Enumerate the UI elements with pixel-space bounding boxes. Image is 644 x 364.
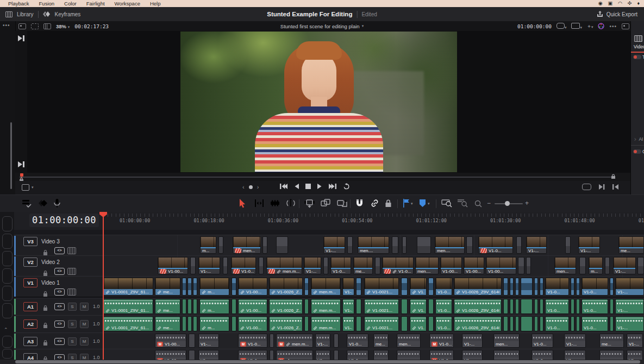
viewer-zoom-select[interactable]: 38% ▾ [56,23,70,29]
menu-workspace[interactable]: Workspace [115,1,140,7]
timeline-clip[interactable]: Mmen.m... [276,350,313,360]
timeline-clip[interactable]: MV1-0... [429,350,454,360]
timeline-clip[interactable]: V1-0... [478,236,513,254]
timeline-clip[interactable] [347,236,353,254]
timeline-clip[interactable] [576,316,580,331]
timeline-clip[interactable]: V1-0021... [364,316,399,331]
menu-fusion[interactable]: Fusion [39,1,55,7]
timeline-clip[interactable] [510,316,514,331]
menu-playback[interactable]: Playback [8,1,29,7]
timeline-clip[interactable] [401,299,408,314]
step-back-button[interactable] [294,183,299,190]
timeline-clip[interactable] [402,236,407,254]
timeline-clip[interactable]: V1-00... [238,278,267,296]
timeline-clip[interactable] [510,278,514,296]
detail-zoom-button[interactable] [457,199,468,208]
timeline-clip[interactable]: V1-0... [582,299,608,314]
next-clip-button[interactable] [329,183,336,190]
track-lock[interactable] [43,338,48,348]
timeline-clip[interactable] [571,299,574,314]
timeline-clip[interactable]: V1-0... [435,299,452,314]
track-solo-button[interactable]: S [68,320,77,328]
timeline-clip[interactable] [428,316,434,331]
timeline-clip[interactable]: men... [397,350,421,360]
timeline-clip[interactable]: V1-0... [330,257,351,274]
timeline-clip[interactable] [304,299,309,314]
timeline-clip[interactable]: V1-... [627,350,643,360]
timeline-name-dropdown[interactable]: Stunted first scene for editing plain▾ [280,21,364,31]
next-marker-top-icon[interactable] [18,35,25,41]
timeline-clip[interactable]: men.m... [311,278,341,296]
timeline-clip[interactable] [232,316,236,331]
sync-badge-icon[interactable]: ✣ [628,0,632,7]
timeline-clip[interactable] [515,299,519,314]
track-volume-value[interactable]: 1.0 [93,338,100,344]
position-lock-toggle[interactable] [385,199,392,208]
timeline-clip[interactable]: V1-... [198,334,219,348]
play-button[interactable] [317,183,322,190]
timeline-clip[interactable]: MV1-0... [238,334,267,348]
timeline-clip[interactable] [521,299,533,314]
timeline-clip[interactable]: me... [618,236,644,254]
timeline-clip[interactable]: m... [589,257,603,274]
timeline-options-icon[interactable] [22,199,32,208]
vertical-scrollbar[interactable] [10,122,12,189]
timeline-clip[interactable] [571,316,574,331]
keyframe-dot-icon[interactable] [249,185,253,189]
track-lock-icon[interactable] [43,291,48,297]
track-auto-select[interactable]: <> [54,288,65,296]
timeline-clip[interactable]: me... [373,350,389,360]
track-badge-a3[interactable]: A3 [23,337,37,346]
timeline-clip[interactable] [356,316,361,331]
menu-help[interactable]: Help [150,1,161,7]
track-name[interactable]: Video 1 [41,280,60,286]
timeline-clip[interactable]: V1... [410,299,427,314]
timeline-clip[interactable]: me... [155,299,180,314]
timeline-clip[interactable]: V1-... [342,299,354,314]
zoom-slider-handle[interactable] [505,201,510,206]
next-keyframe-icon[interactable]: › [257,184,259,190]
playhead-line[interactable] [103,214,104,360]
timeline-clip[interactable] [401,278,408,296]
video-preview[interactable] [180,32,457,172]
timeline-clip[interactable]: me... [155,316,180,331]
timeline-clip[interactable]: V1-... [342,316,354,331]
track-auto-select[interactable]: <> [54,303,65,310]
track-volume-value[interactable]: 1.0 [93,304,100,309]
timeline-clip[interactable] [503,316,508,331]
timeline-clip[interactable] [356,278,361,296]
track-solo-button[interactable]: S [68,337,77,346]
timeline-clip[interactable]: V1-0... [382,257,414,274]
timeline-clip[interactable]: me... [353,257,373,274]
timeline-clip[interactable] [534,316,538,331]
timeline-clip[interactable] [610,299,614,314]
record-timecode[interactable]: 01:00:00:00 [517,23,552,29]
timeline-clip[interactable] [262,236,267,254]
transform-toggle[interactable] [633,55,641,59]
timeline-clip[interactable]: m... [200,236,216,254]
filmstrip-view-icon[interactable] [43,23,51,29]
timeline-clip[interactable] [605,257,610,274]
timeline-clip[interactable]: V1-0026_Z... [269,299,303,314]
timeline-clip[interactable] [259,257,264,274]
timeline-clip[interactable]: men.... [435,236,465,254]
timeline-clip[interactable]: V1-... [615,278,644,296]
timeline-clip[interactable]: V1-0026_Z9V_6140... [454,316,502,331]
stop-button[interactable] [305,184,311,189]
timeline-clip[interactable] [270,334,274,348]
timeline-clip[interactable] [304,278,309,296]
timeline-clip[interactable]: V1-0... [532,350,553,360]
timeline-clip[interactable] [428,299,434,314]
timeline-clip[interactable] [417,236,431,254]
timeline-clip[interactable]: men.... [358,236,389,254]
track-name[interactable]: Video 3 [41,239,60,244]
track-badge-v1[interactable]: V1 [23,278,37,287]
track-filmstrip-icon[interactable] [67,247,76,254]
timeline-clip[interactable]: V1... [410,278,427,296]
more-options-icon[interactable]: ••• [609,23,617,29]
timeline-clip[interactable]: V1-00... [158,257,188,274]
timeline-clip[interactable]: V1-... [462,350,483,360]
timeline-clip[interactable]: V1-... [578,236,600,254]
timeline-clip[interactable] [375,257,380,274]
track-lock[interactable] [43,303,48,313]
